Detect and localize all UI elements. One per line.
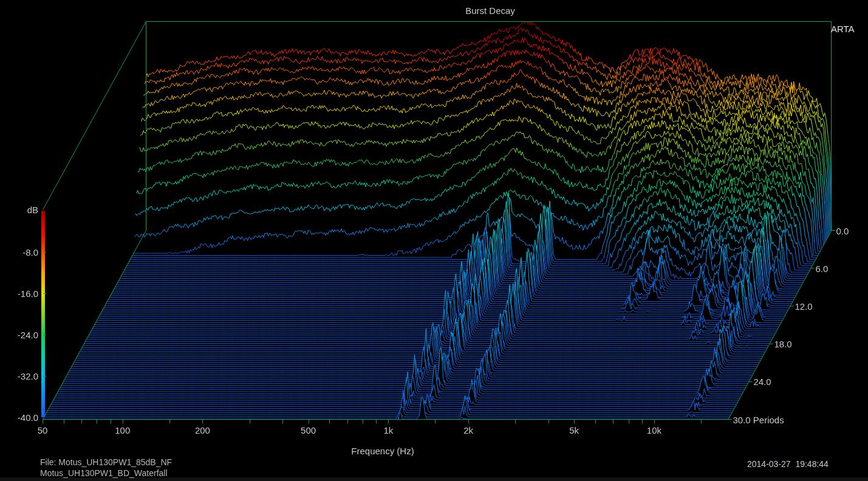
burst-decay-waterfall-canvas [0,0,868,481]
x-tick-label: 50 [38,425,48,435]
periods-tick-label: 18.0 [774,339,791,349]
x-tick-label: 5k [569,425,579,435]
x-tick-label: 100 [115,425,130,435]
db-axis-unit-label: dB [12,205,38,215]
db-tick-label: -32.0 [12,371,38,381]
periods-tick-label: 12.0 [795,301,812,312]
db-tick-label: -8.0 [12,247,38,258]
x-tick-label: 10k [647,425,661,435]
x-tick-label: 2k [463,425,473,435]
periods-tick-label: 6.0 [815,264,828,274]
arta-brand-vertical: ARTA [831,24,840,35]
frequency-axis-label: Frequency (Hz) [351,446,414,456]
periods-tick-label: 0.0 [836,226,849,236]
periods-tick-label: 24.0 [753,377,771,387]
chart-title: Burst Decay [465,6,515,16]
x-tick-label: 200 [195,425,210,435]
db-tick-label: -24.0 [12,330,38,340]
x-tick-label: 1k [383,425,393,435]
x-tick-label: 500 [301,425,316,435]
file-name-text: File: Motus_UH130PW1_85dB_NF [40,457,172,467]
arta-window: Burst Decay ARTA dB Frequency (Hz) File:… [0,0,868,481]
datetime-text: 2014-03-27 19:48:44 [747,459,829,469]
db-tick-label: -16.0 [12,288,38,299]
db-tick-label: -40.0 [12,412,38,423]
waterfall-name-text: Motus_UH130PW1_BD_Waterfall [40,468,168,478]
periods-tick-label: 30.0 Periods [733,415,784,425]
